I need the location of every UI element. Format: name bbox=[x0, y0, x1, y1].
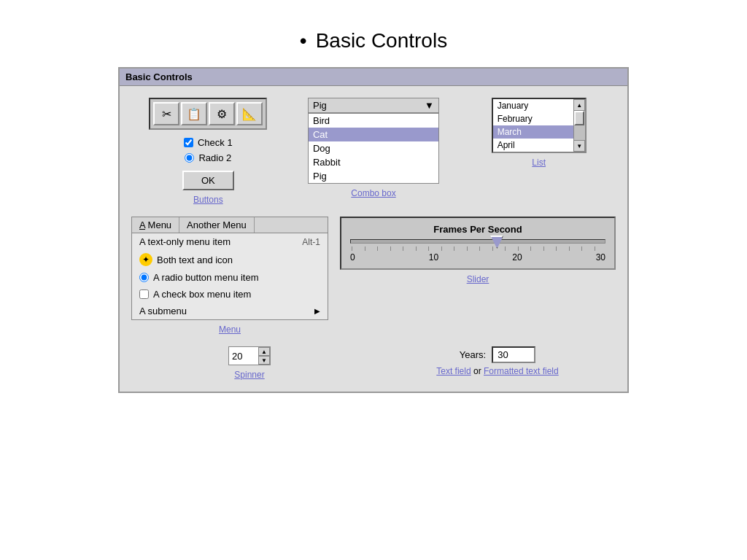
list-label: List bbox=[532, 158, 546, 168]
page-title-row: • Basic Controls bbox=[118, 29, 629, 52]
menu-label: Menu bbox=[131, 324, 328, 335]
menu-bar: A Menu Another Menu bbox=[131, 217, 328, 233]
slider-labels: 0 10 20 30 bbox=[350, 252, 605, 262]
menu-dropdown: A text-only menu item Alt-1 ✦ Both text … bbox=[131, 233, 328, 320]
list-items: January February March April bbox=[493, 99, 573, 152]
menu-bar-item-amenu[interactable]: A Menu bbox=[132, 217, 179, 233]
ok-button[interactable]: OK bbox=[182, 171, 234, 190]
star-icon: ✦ bbox=[139, 253, 152, 266]
menu-item-text-only-label: A text-only menu item bbox=[139, 236, 231, 247]
formatted-text-field-link[interactable]: Formatted text field bbox=[484, 366, 559, 376]
list-scrollbar: ▲ ▼ bbox=[573, 99, 585, 152]
years-label: Years: bbox=[460, 349, 486, 360]
tick-5 bbox=[403, 246, 413, 251]
combo-item-cat[interactable]: Cat bbox=[309, 128, 438, 141]
combo-item-bird[interactable]: Bird bbox=[309, 114, 438, 128]
check1-checkbox[interactable] bbox=[184, 138, 193, 147]
toolbar-copy-button[interactable]: 📋 bbox=[181, 102, 207, 125]
scroll-thumb[interactable] bbox=[574, 111, 584, 125]
slider-label-20: 20 bbox=[512, 252, 522, 262]
tick-16 bbox=[543, 246, 554, 251]
top-row: ✂ 📋 ⚙ 📐 Check 1 Radio 2 OK Buttons bbox=[131, 98, 616, 205]
menu-item-text-only[interactable]: A text-only menu item Alt-1 bbox=[132, 233, 328, 250]
tick-19 bbox=[581, 246, 592, 251]
menu-item-submenu[interactable]: A submenu ▶ bbox=[132, 303, 328, 319]
spinner-down-button[interactable]: ▼ bbox=[258, 356, 270, 365]
combo-selected-value: Pig bbox=[313, 100, 327, 111]
tick-20 bbox=[595, 246, 605, 251]
spinner-up-button[interactable]: ▲ bbox=[258, 347, 270, 356]
spinner-section: ▲ ▼ Spinner bbox=[131, 346, 368, 380]
combo-item-pig[interactable]: Pig bbox=[309, 169, 438, 183]
tick-15 bbox=[530, 246, 541, 251]
window-content: ✂ 📋 ⚙ 📐 Check 1 Radio 2 OK Buttons bbox=[120, 86, 627, 392]
scroll-down-arrow[interactable]: ▼ bbox=[573, 140, 585, 152]
buttons-label: Buttons bbox=[193, 195, 223, 205]
combo-dropdown-arrow: ▼ bbox=[425, 100, 434, 111]
page-title: Basic Controls bbox=[316, 29, 448, 52]
list-item-january[interactable]: January bbox=[493, 99, 573, 112]
slider-track[interactable] bbox=[350, 239, 605, 244]
window-titlebar: Basic Controls bbox=[120, 69, 627, 86]
combo-item-dog[interactable]: Dog bbox=[309, 141, 438, 155]
years-input[interactable] bbox=[492, 346, 535, 363]
scroll-track bbox=[574, 111, 585, 140]
tick-2 bbox=[365, 246, 375, 251]
slider-title: Frames Per Second bbox=[350, 224, 605, 235]
textfield-label-row: Text field or Formatted text field bbox=[436, 366, 558, 376]
slider-label: Slider bbox=[467, 274, 489, 284]
slider-label-10: 10 bbox=[429, 252, 438, 262]
slider-ticks bbox=[350, 246, 605, 251]
menu-item-checkbox[interactable]: A check box menu item bbox=[132, 286, 328, 303]
checkbox-row: Check 1 bbox=[184, 137, 233, 148]
slider-label-30: 30 bbox=[596, 252, 605, 262]
or-text: or bbox=[473, 366, 484, 376]
years-row: Years: bbox=[460, 346, 535, 363]
toolbar-group: ✂ 📋 ⚙ 📐 bbox=[149, 98, 267, 130]
tick-11 bbox=[479, 246, 489, 251]
combo-dropdown: Bird Cat Dog Rabbit Pig bbox=[308, 113, 439, 184]
toolbar-cut-button[interactable]: ✂ bbox=[153, 102, 179, 125]
menu-item-text-icon[interactable]: ✦ Both text and icon bbox=[132, 250, 328, 269]
tick-10 bbox=[467, 246, 477, 251]
textfield-section: Years: Text field or Formatted text fiel… bbox=[379, 346, 616, 380]
menu-item-shortcut: Alt-1 bbox=[302, 237, 320, 247]
radio2-radio[interactable] bbox=[185, 153, 194, 163]
scroll-up-arrow[interactable]: ▲ bbox=[573, 99, 585, 111]
menu-radio-input[interactable] bbox=[139, 273, 149, 282]
bullet: • bbox=[300, 29, 307, 52]
combo-section: Pig ▼ Bird Cat Dog Rabbit Pig Combo box bbox=[297, 98, 451, 205]
spinner-buttons: ▲ ▼ bbox=[258, 347, 270, 365]
radio2-label: Radio 2 bbox=[198, 152, 231, 163]
slider-box: Frames Per Second bbox=[340, 217, 616, 270]
tick-6 bbox=[416, 246, 426, 251]
combo-header[interactable]: Pig ▼ bbox=[308, 98, 439, 113]
menu-item-text-icon-label: Both text and icon bbox=[157, 254, 233, 265]
menu-item-radio[interactable]: A radio button menu item bbox=[132, 269, 328, 286]
buttons-section: ✂ 📋 ⚙ 📐 Check 1 Radio 2 OK Buttons bbox=[131, 98, 285, 205]
page-container: • Basic Controls Basic Controls ✂ 📋 ⚙ 📐 bbox=[118, 29, 629, 393]
toolbar-ruler-button[interactable]: 📐 bbox=[236, 102, 263, 125]
list-section: January February March April ▲ ▼ bbox=[462, 98, 616, 205]
list-item-february[interactable]: February bbox=[493, 112, 573, 125]
text-field-link[interactable]: Text field bbox=[436, 366, 471, 376]
tick-7 bbox=[428, 246, 438, 251]
tick-14 bbox=[518, 246, 528, 251]
tick-17 bbox=[556, 246, 566, 251]
combo-label: Combo box bbox=[351, 188, 395, 198]
main-window: Basic Controls ✂ 📋 ⚙ 📐 Check 1 bbox=[118, 67, 629, 393]
bottom-row: ▲ ▼ Spinner Years: Text field or bbox=[131, 346, 616, 380]
list-item-april[interactable]: April bbox=[493, 139, 573, 152]
toolbar-settings-button[interactable]: ⚙ bbox=[209, 102, 235, 125]
spinner-input[interactable] bbox=[229, 349, 258, 363]
tick-18 bbox=[569, 246, 579, 251]
list-item-march[interactable]: March bbox=[493, 125, 573, 139]
submenu-arrow-icon: ▶ bbox=[314, 307, 320, 315]
menu-checkbox-input[interactable] bbox=[139, 289, 149, 299]
combo-item-rabbit[interactable]: Rabbit bbox=[309, 155, 438, 169]
menu-a-underline: A bbox=[139, 219, 145, 230]
menu-item-submenu-label: A submenu bbox=[139, 306, 187, 316]
menu-bar-item-another[interactable]: Another Menu bbox=[179, 217, 255, 233]
slider-section: Frames Per Second bbox=[340, 217, 616, 335]
slider-track-container bbox=[350, 239, 605, 244]
